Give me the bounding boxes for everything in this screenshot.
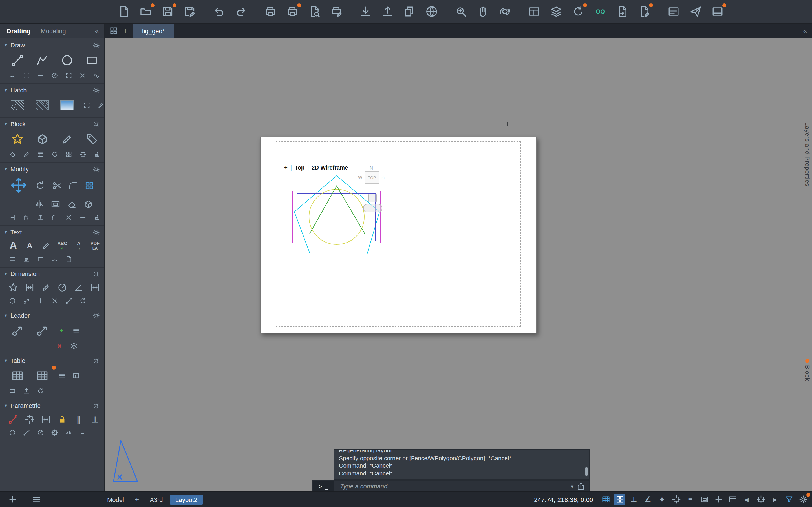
visual-style-control[interactable]: 2D Wireframe bbox=[312, 165, 348, 171]
lineweight-display-tool[interactable]: ≡ bbox=[684, 494, 696, 505]
drawing-shape-polygon[interactable] bbox=[294, 176, 379, 254]
command-scrollbar-thumb[interactable] bbox=[585, 467, 588, 476]
markup-import-tool[interactable] bbox=[637, 4, 651, 19]
shared-views-tool[interactable] bbox=[615, 4, 629, 19]
single-line-text-tool[interactable]: A bbox=[6, 238, 21, 253]
settings-tool[interactable] bbox=[797, 494, 809, 505]
fillet-tool[interactable] bbox=[65, 178, 81, 193]
update-fields-tool[interactable] bbox=[571, 4, 585, 19]
ortho-mode-tool[interactable]: ⊥ bbox=[628, 494, 640, 505]
stretch-tool[interactable] bbox=[34, 212, 47, 223]
multiline-text-tool[interactable]: A bbox=[22, 238, 37, 253]
drawing-canvas[interactable]: + | Top | 2D Wireframe N W TOP ⌂ bbox=[105, 38, 812, 491]
collinear-constraint-tool[interactable] bbox=[20, 428, 33, 438]
disclosure-triangle-icon[interactable]: ▾ bbox=[4, 358, 7, 363]
move-tool[interactable] bbox=[6, 175, 32, 195]
break-tool[interactable] bbox=[62, 212, 75, 223]
view-control[interactable]: Top bbox=[295, 165, 305, 171]
text-background-tool[interactable] bbox=[34, 254, 47, 264]
auto-constrain-tool[interactable] bbox=[22, 412, 37, 427]
section-header[interactable]: ▾Draw bbox=[0, 40, 104, 50]
undo-tool[interactable] bbox=[211, 4, 226, 19]
edit-dimension-tool[interactable] bbox=[38, 280, 54, 295]
define-attribute-tool[interactable] bbox=[6, 149, 18, 159]
polar-tracking-tool[interactable]: ∠ bbox=[642, 494, 654, 505]
quick-properties-tool[interactable] bbox=[727, 494, 738, 505]
drawing-shape-circle[interactable] bbox=[309, 189, 364, 244]
purge-tool[interactable] bbox=[90, 149, 103, 159]
parallel-constraint-tool[interactable]: ∥ bbox=[71, 412, 86, 427]
sync-attributes-tool[interactable] bbox=[48, 149, 61, 159]
batch-plot-tool[interactable] bbox=[285, 4, 299, 19]
disclosure-triangle-icon[interactable]: ▾ bbox=[4, 313, 7, 318]
zoom-window-tool[interactable] bbox=[453, 4, 468, 19]
section-gear-icon[interactable] bbox=[93, 312, 100, 319]
annotation-next-tool[interactable]: ▸ bbox=[769, 494, 780, 505]
measure-tool[interactable] bbox=[6, 212, 18, 223]
fix-constraint-tool[interactable] bbox=[48, 428, 61, 438]
layout-tab-layout2[interactable]: Layout2 bbox=[170, 494, 203, 504]
section-gear-icon[interactable] bbox=[93, 228, 100, 236]
multileader-tool[interactable] bbox=[6, 322, 29, 340]
trace-tool[interactable] bbox=[688, 4, 703, 19]
save-as-tool[interactable] bbox=[182, 4, 197, 19]
section-header[interactable]: ▾Parametric bbox=[0, 400, 104, 411]
edit-table-tool[interactable] bbox=[31, 367, 54, 385]
gradient-tool[interactable] bbox=[55, 96, 79, 114]
section-gear-icon[interactable] bbox=[93, 87, 100, 94]
text-justify-tool[interactable] bbox=[20, 254, 33, 264]
section-gear-icon[interactable] bbox=[93, 270, 100, 277]
text-scale-tool[interactable]: A↔ bbox=[71, 238, 86, 253]
chamfer-tool[interactable] bbox=[48, 212, 61, 223]
offset-tool[interactable] bbox=[48, 196, 63, 211]
spline-tool[interactable] bbox=[90, 70, 103, 80]
layers-properties-tab[interactable]: Layers and Properties bbox=[804, 122, 811, 186]
insert-column-tool[interactable] bbox=[69, 371, 82, 381]
viewcube-home-icon[interactable]: ⌂ bbox=[382, 175, 385, 180]
transparency-tool[interactable] bbox=[699, 494, 710, 505]
object-snap-tool[interactable]: ⌖ bbox=[656, 494, 668, 505]
edit-text-tool[interactable] bbox=[38, 238, 54, 253]
command-history-chevron-icon[interactable]: ▾ bbox=[567, 483, 577, 489]
manage-attributes-tool[interactable] bbox=[34, 149, 47, 159]
mirror-tool[interactable] bbox=[32, 196, 47, 211]
copy-tool[interactable] bbox=[20, 212, 33, 223]
snap-mode-tool[interactable] bbox=[614, 494, 625, 505]
new-drawing-tab-button[interactable]: + bbox=[123, 26, 128, 35]
insert-table-tool[interactable] bbox=[6, 367, 29, 385]
disclosure-triangle-icon[interactable]: ▾ bbox=[4, 166, 7, 172]
workspace-filter-tool[interactable] bbox=[783, 494, 795, 505]
disclosure-triangle-icon[interactable]: ▾ bbox=[4, 87, 7, 93]
linear-dimension-tool[interactable] bbox=[22, 280, 37, 295]
equal-constraint-tool[interactable]: = bbox=[76, 428, 89, 438]
hatch-tool[interactable] bbox=[6, 96, 29, 114]
explode-tool[interactable] bbox=[81, 196, 96, 211]
section-gear-icon[interactable] bbox=[93, 120, 100, 128]
layout-grid-icon[interactable] bbox=[109, 26, 118, 35]
disclosure-triangle-icon[interactable]: ▾ bbox=[4, 403, 7, 408]
section-gear-icon[interactable] bbox=[93, 165, 100, 173]
insert-block-tool[interactable] bbox=[6, 130, 29, 148]
lock-constraint-tool[interactable] bbox=[55, 412, 70, 427]
add-layout-button[interactable]: + bbox=[131, 495, 143, 504]
viewport-menu-button[interactable]: + bbox=[284, 165, 288, 171]
section-gear-icon[interactable] bbox=[93, 357, 100, 364]
model-tab[interactable]: Model bbox=[101, 494, 130, 504]
command-share-icon[interactable] bbox=[577, 482, 585, 490]
region-tool[interactable] bbox=[62, 70, 75, 80]
disclosure-triangle-icon[interactable]: ▾ bbox=[4, 42, 7, 48]
symmetric-constraint-tool[interactable] bbox=[62, 428, 75, 438]
circle-tool[interactable] bbox=[55, 51, 79, 69]
rotate-tool[interactable] bbox=[33, 178, 48, 193]
tolerance-tool[interactable] bbox=[34, 296, 47, 306]
redo-tool[interactable] bbox=[234, 4, 248, 19]
update-dimension-tool[interactable] bbox=[76, 296, 89, 306]
coincident-constraint-tool[interactable] bbox=[6, 428, 18, 438]
collaboration-tool[interactable] bbox=[593, 4, 607, 19]
pan-tool[interactable] bbox=[475, 4, 490, 19]
write-block-tool[interactable] bbox=[80, 130, 104, 148]
arc-tool[interactable] bbox=[6, 70, 18, 80]
layout-tab-a3rd[interactable]: A3rd bbox=[144, 494, 168, 504]
horizontal-constraint-tool[interactable] bbox=[38, 412, 54, 427]
export-tool[interactable] bbox=[380, 4, 395, 19]
